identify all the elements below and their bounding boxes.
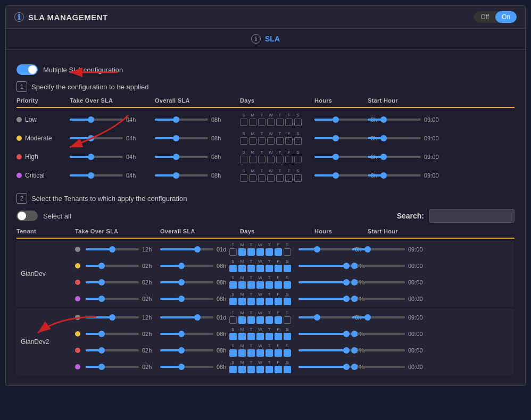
slider-thumb[interactable]: [364, 246, 371, 253]
slider-track[interactable]: [86, 316, 139, 318]
slider-track[interactable]: [86, 248, 139, 250]
slider-track[interactable]: [352, 349, 405, 351]
day-box-0[interactable]: [229, 248, 237, 256]
day-box-4[interactable]: [266, 366, 273, 373]
slider-track[interactable]: [314, 174, 368, 177]
slider-thumb[interactable]: [178, 263, 185, 269]
day-box-1[interactable]: [238, 366, 246, 373]
slider-thumb[interactable]: [364, 314, 371, 321]
slider-track[interactable]: [298, 349, 352, 351]
slider-thumb[interactable]: [380, 116, 387, 123]
sla-info-icon[interactable]: ℹ: [251, 34, 261, 44]
day-box-1[interactable]: [238, 265, 246, 272]
day-box-6[interactable]: [284, 248, 291, 256]
day-box-6[interactable]: [284, 265, 291, 272]
slider-thumb[interactable]: [333, 154, 339, 160]
slider-track[interactable]: [155, 156, 208, 158]
slider-track[interactable]: [70, 156, 123, 158]
day-box-2[interactable]: [247, 333, 255, 340]
slider-track[interactable]: [368, 174, 421, 177]
slider-thumb[interactable]: [333, 172, 339, 179]
day-box-4[interactable]: [276, 156, 284, 163]
slider-track[interactable]: [352, 366, 405, 368]
slider-track[interactable]: [314, 137, 368, 139]
slider-thumb[interactable]: [314, 314, 320, 321]
day-box-5[interactable]: [275, 248, 282, 256]
slider-thumb[interactable]: [109, 314, 115, 321]
slider-track[interactable]: [86, 366, 139, 368]
slider-track[interactable]: [298, 265, 352, 267]
day-box-2[interactable]: [258, 119, 266, 126]
day-box-2[interactable]: [247, 349, 255, 357]
day-box-1[interactable]: [249, 174, 256, 182]
slider-track[interactable]: [86, 349, 139, 351]
day-box-5[interactable]: [275, 333, 282, 340]
day-box-3[interactable]: [256, 248, 264, 256]
day-box-3[interactable]: [267, 137, 275, 145]
slider-thumb[interactable]: [88, 154, 94, 160]
day-box-6[interactable]: [284, 298, 291, 305]
day-box-4[interactable]: [266, 265, 273, 272]
slider-thumb[interactable]: [178, 347, 185, 354]
day-box-2[interactable]: [247, 281, 255, 289]
slider-thumb[interactable]: [380, 135, 387, 141]
day-box-2[interactable]: [258, 137, 266, 145]
slider-thumb[interactable]: [98, 331, 105, 337]
day-box-1[interactable]: [249, 137, 256, 145]
slider-track[interactable]: [160, 298, 213, 300]
day-box-6[interactable]: [294, 156, 302, 163]
day-box-5[interactable]: [285, 156, 293, 163]
day-box-6[interactable]: [294, 174, 302, 182]
slider-track[interactable]: [86, 333, 139, 335]
slider-track[interactable]: [160, 366, 213, 368]
slider-thumb[interactable]: [178, 296, 185, 302]
slider-track[interactable]: [298, 298, 352, 300]
day-box-3[interactable]: [256, 281, 264, 289]
slider-track[interactable]: [160, 316, 213, 318]
slider-thumb[interactable]: [178, 279, 185, 285]
slider-track[interactable]: [314, 156, 368, 158]
day-box-4[interactable]: [276, 137, 284, 145]
day-box-5[interactable]: [285, 119, 293, 126]
slider-thumb[interactable]: [343, 263, 350, 269]
slider-track[interactable]: [352, 316, 405, 318]
slider-track[interactable]: [298, 316, 352, 318]
slider-thumb[interactable]: [178, 331, 185, 337]
day-box-0[interactable]: [240, 156, 247, 163]
slider-thumb[interactable]: [98, 347, 105, 354]
slider-track[interactable]: [298, 248, 352, 250]
day-box-6[interactable]: [284, 281, 291, 289]
day-box-4[interactable]: [266, 316, 273, 324]
slider-thumb[interactable]: [173, 135, 179, 141]
title-info-icon[interactable]: ℹ: [14, 12, 24, 22]
day-box-0[interactable]: [229, 265, 237, 272]
day-box-1[interactable]: [249, 119, 256, 126]
slider-thumb[interactable]: [88, 172, 94, 179]
slider-track[interactable]: [155, 119, 208, 121]
multiple-sla-toggle[interactable]: [16, 64, 38, 75]
slider-thumb[interactable]: [333, 116, 339, 123]
day-box-4[interactable]: [266, 298, 273, 305]
day-box-3[interactable]: [267, 156, 275, 163]
slider-track[interactable]: [155, 137, 208, 139]
slider-track[interactable]: [86, 265, 139, 267]
day-box-0[interactable]: [229, 316, 237, 324]
day-box-5[interactable]: [285, 174, 293, 182]
slider-thumb[interactable]: [173, 116, 179, 123]
slider-thumb[interactable]: [98, 279, 105, 285]
slider-thumb[interactable]: [351, 347, 358, 354]
slider-thumb[interactable]: [88, 135, 94, 141]
day-box-4[interactable]: [266, 349, 273, 357]
day-box-5[interactable]: [275, 298, 282, 305]
day-box-1[interactable]: [249, 156, 256, 163]
day-box-5[interactable]: [275, 366, 282, 373]
slider-thumb[interactable]: [173, 172, 179, 179]
slider-track[interactable]: [160, 265, 213, 267]
day-box-2[interactable]: [247, 248, 255, 256]
slider-track[interactable]: [70, 174, 123, 177]
slider-thumb[interactable]: [343, 331, 350, 337]
day-box-1[interactable]: [238, 248, 246, 256]
slider-track[interactable]: [298, 366, 352, 368]
day-box-3[interactable]: [256, 298, 264, 305]
day-box-2[interactable]: [247, 298, 255, 305]
